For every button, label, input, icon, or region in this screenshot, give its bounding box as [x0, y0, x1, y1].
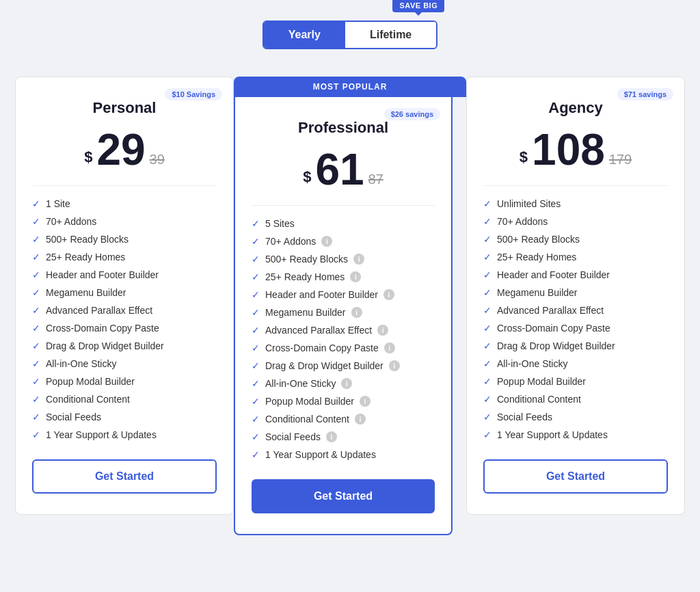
- feature-text: Megamenu Builder: [265, 307, 346, 318]
- check-icon: ✓: [483, 252, 492, 263]
- feature-text: Unlimited Sites: [497, 198, 561, 209]
- feature-text: 5 Sites: [265, 218, 295, 229]
- get-started-button-agency[interactable]: Get Started: [483, 459, 668, 494]
- info-icon: i: [384, 342, 395, 353]
- list-item: ✓Cross-Domain Copy Paste: [483, 323, 668, 334]
- billing-toggle-wrapper: SAVE BIG Yearly Lifetime: [262, 21, 438, 49]
- divider-personal: [32, 185, 217, 186]
- check-icon: ✓: [32, 394, 40, 405]
- check-icon: ✓: [252, 360, 260, 371]
- feature-text: Conditional Content: [46, 394, 130, 405]
- check-icon: ✓: [483, 234, 492, 245]
- list-item: ✓Megamenu Builder: [483, 287, 668, 298]
- price-main-professional: 61: [315, 148, 364, 191]
- feature-text: 25+ Ready Homes: [265, 271, 345, 282]
- price-main-agency: 108: [532, 128, 605, 172]
- feature-text: Conditional Content: [497, 394, 581, 405]
- list-item: ✓500+ Ready Blocks: [483, 234, 668, 245]
- check-icon: ✓: [483, 323, 492, 334]
- list-item: ✓1 Site: [32, 198, 217, 209]
- list-item: ✓70+ Addons: [32, 216, 217, 227]
- check-icon: ✓: [32, 429, 40, 440]
- check-icon: ✓: [483, 287, 492, 298]
- feature-text: Advanced Parallax Effect: [497, 305, 604, 316]
- check-icon: ✓: [252, 449, 260, 460]
- currency-professional: $: [303, 168, 311, 186]
- get-started-button-personal[interactable]: Get Started: [32, 459, 217, 494]
- check-icon: ✓: [32, 234, 40, 245]
- save-big-badge: SAVE BIG: [392, 0, 444, 12]
- check-icon: ✓: [252, 325, 260, 336]
- check-icon: ✓: [252, 271, 260, 282]
- plans-container: $10 SavingsPersonal$2939✓1 Site✓70+ Addo…: [14, 77, 686, 535]
- list-item: ✓Cross-Domain Copy Pastei: [252, 342, 435, 353]
- check-icon: ✓: [32, 358, 40, 369]
- check-icon: ✓: [252, 396, 260, 407]
- feature-text: 1 Year Support & Updates: [265, 449, 376, 460]
- info-icon: i: [355, 414, 366, 425]
- list-item: ✓25+ Ready Homes: [483, 252, 668, 263]
- feature-text: All-in-One Sticky: [497, 358, 567, 369]
- list-item: ✓Social Feeds: [483, 412, 668, 422]
- lifetime-toggle[interactable]: Lifetime: [345, 22, 436, 48]
- feature-text: Drag & Drop Widget Builder: [46, 340, 164, 351]
- list-item: ✓25+ Ready Homesi: [252, 271, 435, 282]
- price-row-professional: $6187: [252, 148, 435, 191]
- features-list-agency: ✓Unlimited Sites✓70+ Addons✓500+ Ready B…: [483, 198, 668, 440]
- check-icon: ✓: [252, 236, 260, 247]
- get-started-button-professional[interactable]: Get Started: [252, 479, 435, 513]
- list-item: ✓Unlimited Sites: [483, 198, 668, 209]
- list-item: ✓Megamenu Builderi: [252, 307, 435, 318]
- info-icon: i: [383, 289, 394, 300]
- list-item: ✓Cross-Domain Copy Paste: [32, 323, 217, 334]
- feature-text: 1 Year Support & Updates: [497, 429, 608, 440]
- list-item: ✓Advanced Parallax Effecti: [252, 325, 435, 336]
- price-main-personal: 29: [96, 128, 145, 172]
- list-item: ✓70+ Addons: [483, 216, 668, 227]
- feature-text: All-in-One Sticky: [46, 358, 116, 369]
- check-icon: ✓: [252, 431, 260, 442]
- feature-text: Advanced Parallax Effect: [46, 305, 152, 316]
- check-icon: ✓: [32, 376, 40, 387]
- check-icon: ✓: [32, 412, 40, 422]
- list-item: ✓All-in-One Sticky: [483, 358, 668, 369]
- feature-text: Header and Footer Builder: [46, 269, 159, 280]
- popular-plan-wrapper: MOST POPULAR$26 savingsProfessional$6187…: [234, 77, 466, 535]
- feature-text: Cross-Domain Copy Paste: [497, 323, 610, 334]
- check-icon: ✓: [32, 269, 40, 280]
- info-icon: i: [353, 254, 364, 265]
- check-icon: ✓: [252, 378, 260, 389]
- plan-card-professional: $26 savingsProfessional$6187✓5 Sites✓70+…: [234, 97, 453, 535]
- currency-personal: $: [84, 148, 92, 166]
- list-item: ✓1 Year Support & Updates: [483, 429, 668, 440]
- list-item: ✓Header and Footer Builder: [483, 269, 668, 280]
- feature-text: Social Feeds: [497, 412, 552, 422]
- divider-professional: [252, 205, 435, 206]
- info-icon: i: [377, 325, 388, 336]
- price-row-personal: $2939: [32, 128, 217, 172]
- check-icon: ✓: [252, 218, 260, 229]
- savings-badge-professional: $26 savings: [384, 108, 440, 120]
- yearly-toggle[interactable]: Yearly: [264, 22, 345, 48]
- list-item: ✓1 Year Support & Updates: [252, 449, 435, 460]
- check-icon: ✓: [483, 198, 492, 209]
- check-icon: ✓: [483, 412, 492, 422]
- list-item: ✓70+ Addonsi: [252, 236, 435, 247]
- list-item: ✓Conditional Contenti: [252, 414, 435, 425]
- list-item: ✓5 Sites: [252, 218, 435, 229]
- feature-text: Cross-Domain Copy Paste: [265, 342, 379, 353]
- feature-text: Social Feeds: [265, 431, 321, 442]
- info-icon: i: [321, 236, 332, 247]
- feature-text: 1 Year Support & Updates: [46, 429, 157, 440]
- check-icon: ✓: [483, 376, 492, 387]
- list-item: ✓Popup Modal Builderi: [252, 396, 435, 407]
- list-item: ✓500+ Ready Blocks: [32, 234, 217, 245]
- check-icon: ✓: [32, 216, 40, 227]
- info-icon: i: [350, 271, 361, 282]
- plan-card-agency: $71 savingsAgency$108179✓Unlimited Sites…: [466, 77, 685, 515]
- check-icon: ✓: [483, 216, 492, 227]
- check-icon: ✓: [32, 340, 40, 351]
- check-icon: ✓: [252, 307, 260, 318]
- list-item: ✓Conditional Content: [32, 394, 217, 405]
- list-item: ✓1 Year Support & Updates: [32, 429, 217, 440]
